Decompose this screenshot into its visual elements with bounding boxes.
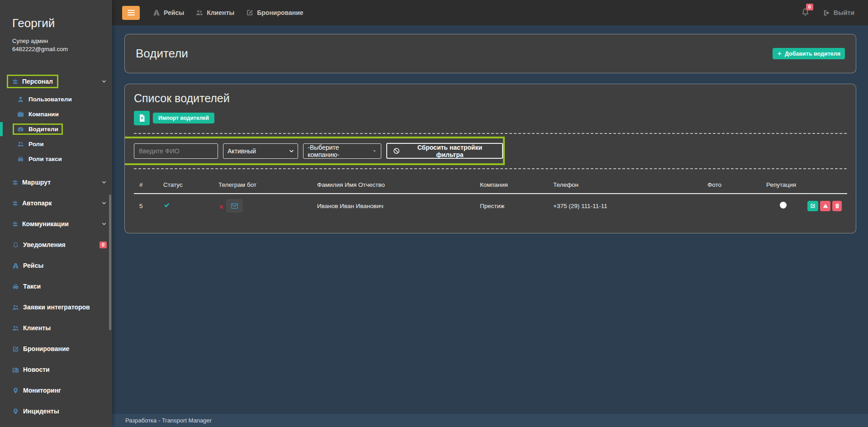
- sidebar-item-monitoring[interactable]: Мониторинг: [0, 380, 112, 401]
- sidebar-item-notifications[interactable]: Уведомления 0: [0, 234, 112, 255]
- sidebar-item-booking[interactable]: Бронирование: [0, 338, 112, 359]
- personal-submenu: Пользователи Компании Водители Роли: [0, 92, 112, 166]
- ban-icon: [393, 147, 400, 154]
- col-header-phone: Телефон: [548, 176, 702, 194]
- cell-fio: Иванов Иван Иванович: [312, 194, 474, 218]
- topbar-right: 0 Выйти: [801, 8, 854, 18]
- footer: Разработка - Transport Manager: [112, 414, 868, 427]
- drivers-list-card: Список водителей Импорт водителей Активн…: [124, 84, 856, 233]
- pen-square-icon: [810, 203, 816, 209]
- newspaper-icon: [12, 366, 19, 373]
- cell-id: 5: [134, 194, 158, 218]
- notifications-button[interactable]: 0: [801, 8, 810, 18]
- sidebar-item-roles[interactable]: Роли: [0, 137, 112, 152]
- company-filter-select[interactable]: -Выберите компанию-: [303, 143, 381, 159]
- topbar-nav: Рейсы Клиенты Бронирование: [147, 9, 309, 16]
- sidebar-menu: Персонал Пользователи Компании Водители: [0, 71, 112, 422]
- tachometer-icon: [17, 126, 24, 133]
- status-filter-select[interactable]: Активный: [223, 143, 298, 159]
- sidebar-item-label: Такси: [23, 283, 41, 290]
- topbar-nav-clients[interactable]: Клиенты: [190, 9, 240, 16]
- reset-filters-button[interactable]: Сбросить настройки фильтра: [386, 143, 503, 159]
- sidebar-item-companies[interactable]: Компании: [0, 107, 112, 122]
- chevron-down-icon: [101, 180, 107, 185]
- bot-disconnected-x-icon: [218, 204, 224, 210]
- add-driver-button[interactable]: Добавить водителя: [773, 48, 845, 59]
- delete-driver-button[interactable]: [832, 201, 842, 211]
- user-email: 6482222@gmail.com: [12, 46, 100, 53]
- sidebar-item-label: Роли: [28, 141, 43, 147]
- annotation-box-drivers: Водители: [13, 123, 63, 135]
- topbar-nav-trips[interactable]: Рейсы: [147, 9, 190, 16]
- cell-photo: [702, 194, 761, 218]
- drivers-table: # Статус Телеграм бот Фамилия Имя Отчест…: [134, 176, 847, 218]
- sidebar-item-route[interactable]: Маршрут: [0, 172, 112, 193]
- sidebar-item-integrator-requests[interactable]: Заявки интеграторов: [0, 297, 112, 318]
- map-signs-icon: [12, 180, 18, 185]
- annotation-box-filters: Активный -Выберите компанию- Сбросить на…: [124, 137, 505, 165]
- table-row: 5: [134, 194, 847, 218]
- bell-icon: [12, 242, 19, 248]
- sidebar-item-label: Компании: [28, 111, 59, 118]
- sidebar-item-drivers[interactable]: Водители: [0, 122, 112, 137]
- sidebar-scrollbar-thumb[interactable]: [109, 195, 111, 330]
- sidebar-item-label: Автопарк: [22, 199, 52, 207]
- map-marker-icon: [12, 387, 19, 394]
- status-active-check-icon: [163, 202, 170, 209]
- sidebar-item-trips[interactable]: Рейсы: [0, 255, 112, 276]
- sidebar-toggle-button[interactable]: [122, 6, 140, 20]
- edit-driver-button[interactable]: [807, 201, 818, 211]
- sidebar-item-label: Роли такси: [28, 156, 62, 162]
- sidebar-item-news[interactable]: Новости: [0, 359, 112, 380]
- import-drivers-button[interactable]: Импорт водителей: [153, 113, 214, 123]
- divider-dashed-bottom: [134, 168, 847, 169]
- map-marker-icon: [12, 408, 19, 415]
- users-icon: [196, 9, 203, 16]
- map-signs-icon: [12, 221, 18, 227]
- col-header-photo: Фото: [702, 176, 761, 194]
- sidebar-item-personal[interactable]: Персонал: [0, 71, 112, 92]
- export-excel-button[interactable]: [134, 111, 150, 125]
- sidebar-item-taxi-roles[interactable]: Роли такси: [0, 152, 112, 166]
- sidebar-item-incidents[interactable]: Инциденты: [0, 401, 112, 422]
- col-header-company: Компания: [474, 176, 548, 194]
- company-filter-value: -Выберите компанию-: [308, 144, 371, 158]
- cell-telegram-bot: [213, 194, 312, 218]
- user-icon: [17, 96, 24, 103]
- sidebar-item-label: Новости: [23, 366, 50, 373]
- sidebar-item-taxi[interactable]: Такси: [0, 276, 112, 297]
- user-block: Георгий Супер админ 6482222@gmail.com: [0, 0, 112, 53]
- pen-square-icon: [12, 346, 19, 352]
- sidebar-item-label: Маршрут: [22, 179, 51, 186]
- footer-text: Разработка - Transport Manager: [125, 417, 212, 424]
- main-area: Рейсы Клиенты Бронирование 0 В: [112, 0, 868, 427]
- briefcase-icon: [17, 111, 24, 118]
- add-driver-label: Добавить водителя: [785, 51, 840, 57]
- sidebar-item-users[interactable]: Пользователи: [0, 92, 112, 107]
- telegram-message-button[interactable]: [226, 199, 243, 213]
- col-header-number: #: [134, 176, 158, 194]
- topbar-nav-booking[interactable]: Бронирование: [240, 9, 309, 16]
- cell-status: [158, 194, 213, 218]
- plus-icon: [777, 51, 782, 56]
- trash-icon: [835, 203, 840, 209]
- map-signs-icon: [12, 79, 18, 85]
- user-role: Супер админ: [12, 38, 100, 45]
- sidebar-item-clients[interactable]: Клиенты: [0, 318, 112, 338]
- status-filter-wrap: Активный: [223, 143, 298, 159]
- page-title: Водители: [136, 47, 188, 61]
- sidebar-item-label: Инциденты: [23, 408, 59, 415]
- sidebar-item-label: Клиенты: [23, 324, 51, 332]
- sidebar-item-label: Персонал: [22, 78, 53, 85]
- col-header-actions: [802, 176, 847, 194]
- sidebar-item-communications[interactable]: Коммуникации: [0, 214, 112, 234]
- road-icon: [153, 9, 160, 16]
- sidebar-item-fleet[interactable]: Автопарк: [0, 193, 112, 214]
- cell-reputation: [761, 194, 802, 218]
- col-header-telegram-bot: Телеграм бот: [213, 176, 312, 194]
- fio-filter-input[interactable]: [134, 143, 218, 159]
- cell-actions: [802, 194, 847, 218]
- warning-driver-button[interactable]: [820, 201, 831, 211]
- logout-button[interactable]: Выйти: [823, 9, 854, 16]
- reset-filters-label: Сбросить настройки фильтра: [403, 144, 496, 158]
